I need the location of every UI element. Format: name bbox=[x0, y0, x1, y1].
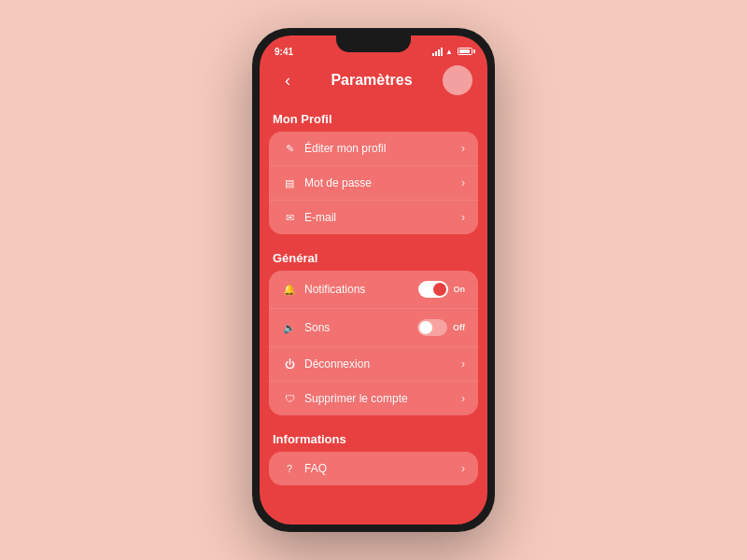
back-button[interactable]: ‹ bbox=[275, 67, 301, 93]
faq-label: FAQ bbox=[304, 462, 327, 475]
section-label-informations: Informations bbox=[269, 425, 478, 452]
list-item-edit-profile[interactable]: ✎Éditer mon profil› bbox=[269, 132, 478, 166]
delete-account-icon: 🛡 bbox=[282, 393, 297, 404]
page-title: Paramètres bbox=[331, 72, 412, 89]
list-item-password[interactable]: ▤Mot de passe› bbox=[269, 166, 478, 201]
list-item-notifications[interactable]: 🔔NotificationsOn bbox=[269, 271, 478, 309]
list-item-logout[interactable]: ⏻Déconnexion› bbox=[269, 347, 478, 382]
notifications-toggle[interactable] bbox=[418, 281, 448, 298]
notifications-toggle-thumb bbox=[433, 283, 446, 296]
scroll-content: Mon Profil✎Éditer mon profil›▤Mot de pas… bbox=[260, 105, 487, 525]
list-item-delete-account[interactable]: 🛡Supprimer le compte› bbox=[269, 382, 478, 415]
notifications-icon: 🔔 bbox=[282, 284, 297, 296]
edit-profile-label: Éditer mon profil bbox=[304, 142, 386, 155]
password-chevron-icon: › bbox=[461, 176, 465, 189]
sounds-toggle-thumb bbox=[419, 321, 432, 334]
notifications-label: Notifications bbox=[304, 283, 365, 296]
faq-icon: ? bbox=[282, 463, 297, 474]
battery-icon bbox=[458, 48, 472, 55]
sounds-state-label: Off bbox=[453, 323, 465, 332]
section-label-profil: Mon Profil bbox=[269, 105, 478, 132]
status-time: 9:41 bbox=[275, 47, 293, 57]
phone-screen: 9:41 ▲ ‹ Paramètres Mon P bbox=[260, 35, 487, 525]
delete-account-chevron-icon: › bbox=[461, 392, 465, 405]
section-informations: ?FAQ› bbox=[269, 452, 478, 485]
list-item-sounds[interactable]: 🔈SonsOff bbox=[269, 309, 478, 347]
email-chevron-icon: › bbox=[461, 211, 465, 224]
sounds-label: Sons bbox=[304, 321, 330, 334]
logout-icon: ⏻ bbox=[282, 358, 297, 370]
sounds-icon: 🔈 bbox=[282, 322, 297, 334]
email-icon: ✉ bbox=[282, 212, 297, 224]
section-label-general: Général bbox=[269, 244, 478, 271]
list-item-faq[interactable]: ?FAQ› bbox=[269, 452, 478, 485]
sounds-toggle[interactable] bbox=[417, 319, 447, 336]
wifi-icon: ▲ bbox=[445, 48, 453, 56]
edit-profile-icon: ✎ bbox=[282, 143, 297, 155]
status-icons: ▲ bbox=[432, 48, 472, 56]
phone-notch bbox=[336, 35, 411, 52]
avatar[interactable] bbox=[443, 65, 472, 95]
email-label: E-mail bbox=[304, 211, 336, 224]
edit-profile-chevron-icon: › bbox=[461, 142, 465, 155]
notifications-state-label: On bbox=[454, 285, 466, 294]
app-header: ‹ Paramètres bbox=[260, 62, 487, 105]
section-general: 🔔NotificationsOn🔈SonsOff⏻Déconnexion›🛡Su… bbox=[269, 271, 478, 415]
password-label: Mot de passe bbox=[304, 176, 372, 189]
logout-label: Déconnexion bbox=[304, 357, 370, 371]
logout-chevron-icon: › bbox=[461, 357, 465, 371]
signal-icon bbox=[432, 48, 443, 56]
phone-frame: 9:41 ▲ ‹ Paramètres Mon P bbox=[252, 28, 495, 532]
list-item-email[interactable]: ✉E-mail› bbox=[269, 201, 478, 234]
password-icon: ▤ bbox=[282, 177, 297, 189]
section-profil: ✎Éditer mon profil›▤Mot de passe›✉E-mail… bbox=[269, 132, 478, 234]
faq-chevron-icon: › bbox=[461, 462, 465, 475]
delete-account-label: Supprimer le compte bbox=[304, 392, 408, 405]
